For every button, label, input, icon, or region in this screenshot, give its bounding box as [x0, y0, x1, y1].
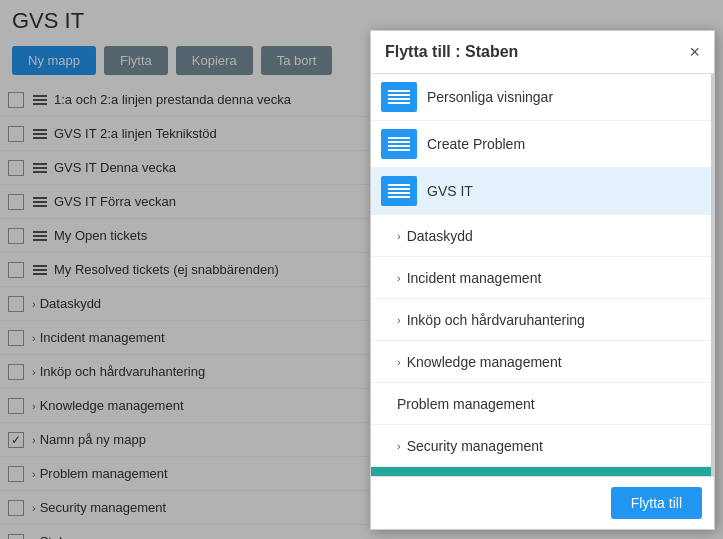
modal-list-item[interactable]: ∨Staben	[371, 467, 711, 476]
modal-close-button[interactable]: ×	[689, 43, 700, 61]
modal-list-item[interactable]: Create Problem	[371, 121, 711, 168]
modal-report-icon	[381, 82, 417, 112]
modal-list-item[interactable]: Problem management	[371, 383, 711, 425]
modal-report-icon	[381, 129, 417, 159]
modal-item-text: Dataskydd	[407, 228, 473, 244]
modal-title: Flytta till : Staben	[385, 43, 518, 61]
modal-item-text: Create Problem	[427, 136, 525, 152]
modal-body: Personliga visningarCreate ProblemGVS IT…	[371, 74, 714, 476]
modal-header: Flytta till : Staben ×	[371, 31, 714, 74]
chevron-right-icon: ›	[397, 272, 401, 284]
modal-item-text: Problem management	[397, 396, 535, 412]
modal-report-icon	[381, 176, 417, 206]
modal-item-text: Knowledge management	[407, 354, 562, 370]
modal-list-item[interactable]: ›Knowledge management	[371, 341, 711, 383]
modal-list-item[interactable]: ›Inköp och hårdvaruhantering	[371, 299, 711, 341]
modal-item-text: Incident management	[407, 270, 542, 286]
move-modal: Flytta till : Staben × Personliga visnin…	[370, 30, 715, 530]
chevron-right-icon: ›	[397, 356, 401, 368]
modal-item-text: Inköp och hårdvaruhantering	[407, 312, 585, 328]
chevron-right-icon: ›	[397, 230, 401, 242]
modal-footer: Flytta till	[371, 476, 714, 529]
chevron-right-icon: ›	[397, 440, 401, 452]
modal-list-item[interactable]: ›Incident management	[371, 257, 711, 299]
modal-item-text: Security management	[407, 438, 543, 454]
modal-list-item[interactable]: ›Dataskydd	[371, 215, 711, 257]
flytta-till-button[interactable]: Flytta till	[611, 487, 702, 519]
modal-list-item[interactable]: Personliga visningar	[371, 74, 711, 121]
modal-item-text: Personliga visningar	[427, 89, 553, 105]
modal-item-text: GVS IT	[427, 183, 473, 199]
modal-list-item[interactable]: GVS IT	[371, 168, 711, 215]
modal-list-item[interactable]: ›Security management	[371, 425, 711, 467]
chevron-right-icon: ›	[397, 314, 401, 326]
